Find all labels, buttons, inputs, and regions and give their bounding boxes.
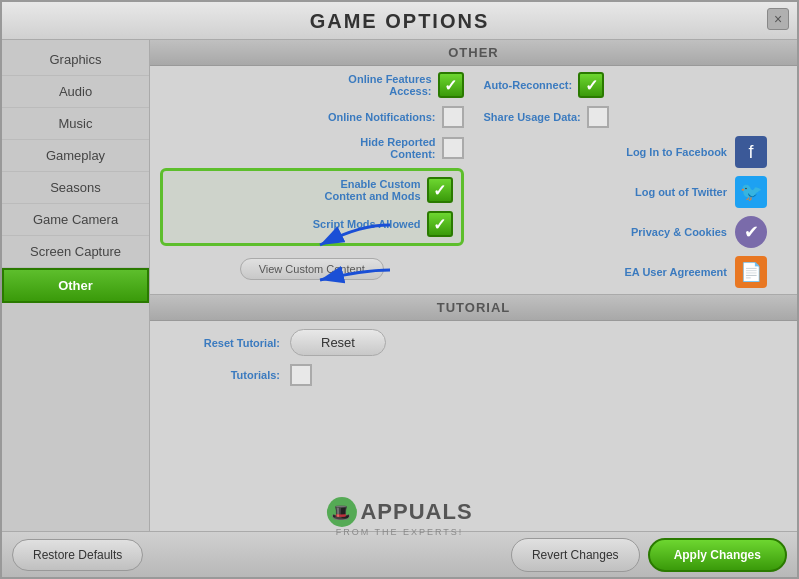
tutorials-label: Tutorials: <box>170 369 280 381</box>
hide-reported-label: Hide ReportedContent: <box>360 136 435 160</box>
online-notifications-label: Online Notifications: <box>328 111 436 123</box>
online-features-label: Online FeaturesAccess: <box>348 73 431 97</box>
watermark-sub: FROM THE EXPERTS! <box>326 527 472 537</box>
script-mods-checkbox[interactable] <box>427 211 453 237</box>
revert-changes-button[interactable]: Revert Changes <box>511 538 640 572</box>
facebook-row: Log In to Facebook f <box>484 136 788 168</box>
ea-row: EA User Agreement 📄 <box>484 256 788 288</box>
title-bar: Game Options × <box>2 2 797 40</box>
script-mods-row: Script Mods Allowed <box>171 211 453 237</box>
reset-tutorial-row: Reset Tutorial: Reset <box>150 321 797 364</box>
auto-reconnect-checkbox[interactable] <box>578 72 604 98</box>
share-usage-label: Share Usage Data: <box>484 111 581 123</box>
sidebar-item-audio[interactable]: Audio <box>2 76 149 108</box>
sidebar-item-gameplay[interactable]: Gameplay <box>2 140 149 172</box>
watermark-logo: APPUALS <box>360 499 472 525</box>
online-notifications-row: Online Notifications: <box>160 106 464 128</box>
twitter-row: Log out of Twitter 🐦 <box>484 176 788 208</box>
auto-reconnect-label: Auto-Reconnect: <box>484 79 573 91</box>
script-mods-label: Script Mods Allowed <box>313 218 421 230</box>
twitter-icon[interactable]: 🐦 <box>735 176 767 208</box>
online-notifications-checkbox[interactable] <box>442 106 464 128</box>
bottom-right-buttons: Revert Changes Apply Changes <box>511 538 787 572</box>
enable-custom-label: Enable CustomContent and Mods <box>325 178 421 202</box>
watermark: 🎩 APPUALS FROM THE EXPERTS! <box>326 497 472 537</box>
other-section-body: Online FeaturesAccess: Online Notificati… <box>150 66 797 294</box>
tutorials-row: Tutorials: <box>150 364 797 394</box>
hide-reported-row: Hide ReportedContent: <box>160 136 464 160</box>
left-options: Online FeaturesAccess: Online Notificati… <box>150 66 474 294</box>
content-area: Other Online FeaturesAccess: Online Noti… <box>150 40 797 531</box>
reset-button[interactable]: Reset <box>290 329 386 356</box>
online-features-row: Online FeaturesAccess: <box>160 72 464 98</box>
dialog: Game Options × Graphics Audio Music Game… <box>0 0 799 579</box>
online-features-checkbox[interactable] <box>438 72 464 98</box>
facebook-icon[interactable]: f <box>735 136 767 168</box>
restore-defaults-button[interactable]: Restore Defaults <box>12 539 143 571</box>
sidebar-item-screen-capture[interactable]: Screen Capture <box>2 236 149 268</box>
right-options: Auto-Reconnect: Share Usage Data: Log In… <box>474 66 798 294</box>
reset-tutorial-label: Reset Tutorial: <box>170 337 280 349</box>
twitter-label: Log out of Twitter <box>635 186 727 198</box>
sidebar-item-seasons[interactable]: Seasons <box>2 172 149 204</box>
highlight-box: Enable CustomContent and Mods Script Mod… <box>160 168 464 246</box>
main-content: Graphics Audio Music Gameplay Seasons Ga… <box>2 40 797 531</box>
view-custom-content-button[interactable]: View Custom Content <box>240 258 384 280</box>
enable-custom-checkbox[interactable] <box>427 177 453 203</box>
close-button[interactable]: × <box>767 8 789 30</box>
enable-custom-row: Enable CustomContent and Mods <box>171 177 453 203</box>
share-usage-row: Share Usage Data: <box>484 106 788 128</box>
facebook-label: Log In to Facebook <box>626 146 727 158</box>
tutorials-checkbox[interactable] <box>290 364 312 386</box>
sidebar: Graphics Audio Music Gameplay Seasons Ga… <box>2 40 150 531</box>
privacy-label: Privacy & Cookies <box>631 226 727 238</box>
sidebar-item-game-camera[interactable]: Game Camera <box>2 204 149 236</box>
sidebar-item-other[interactable]: Other <box>2 268 149 303</box>
dialog-title: Game Options <box>2 10 797 33</box>
tutorial-section-header: Tutorial <box>150 295 797 321</box>
hide-reported-checkbox[interactable] <box>442 137 464 159</box>
apply-changes-button[interactable]: Apply Changes <box>648 538 787 572</box>
share-usage-checkbox[interactable] <box>587 106 609 128</box>
sidebar-item-music[interactable]: Music <box>2 108 149 140</box>
bottom-bar: Restore Defaults Revert Changes Apply Ch… <box>2 531 797 577</box>
ea-label: EA User Agreement <box>625 266 728 278</box>
tutorial-section: Tutorial Reset Tutorial: Reset Tutorials… <box>150 294 797 394</box>
ea-icon[interactable]: 📄 <box>735 256 767 288</box>
privacy-icon[interactable]: ✔ <box>735 216 767 248</box>
auto-reconnect-row: Auto-Reconnect: <box>484 72 788 98</box>
other-section-header: Other <box>150 40 797 66</box>
sidebar-item-graphics[interactable]: Graphics <box>2 44 149 76</box>
privacy-row: Privacy & Cookies ✔ <box>484 216 788 248</box>
